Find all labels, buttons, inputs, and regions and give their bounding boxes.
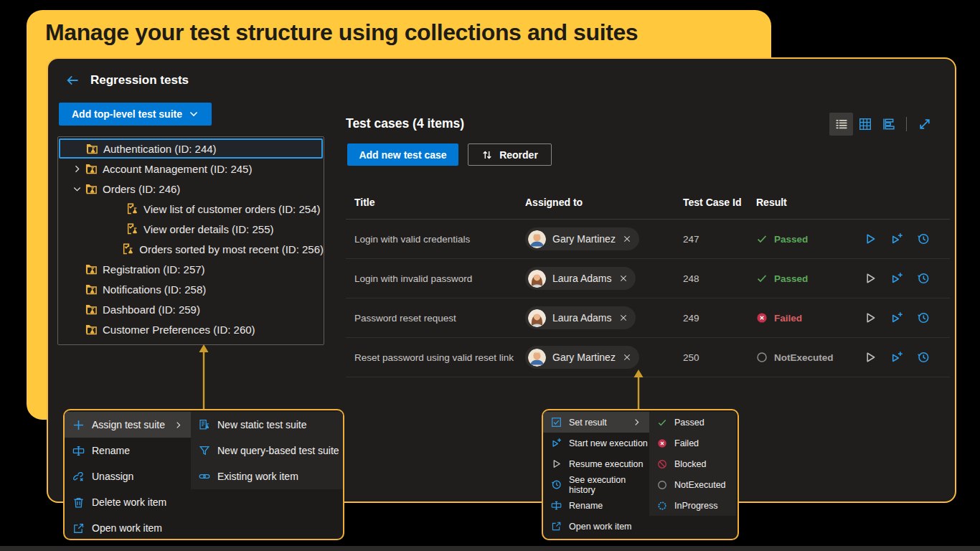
submenu-item-failed[interactable]: Failed xyxy=(649,433,736,453)
tree-item[interactable]: Registration (ID: 257) xyxy=(58,259,324,279)
tree-item-label: Notifications (ID: 258) xyxy=(103,283,206,296)
assigned-user-name: Laura Adams xyxy=(552,312,612,324)
testcase-icon xyxy=(126,222,138,235)
tree-item[interactable]: Notifications (ID: 258) xyxy=(58,279,324,299)
execution-history-button[interactable] xyxy=(917,232,930,245)
menu-item-label: Delete work item xyxy=(92,496,166,508)
query-suite-icon xyxy=(199,445,210,456)
tree-expander xyxy=(113,244,121,255)
test-case-title: Login with invalid password xyxy=(354,273,525,284)
close-icon xyxy=(618,273,628,283)
submenu-item-blocked[interactable]: Blocked xyxy=(649,453,736,474)
run-test-button[interactable] xyxy=(864,232,877,245)
column-header[interactable]: Assigned to xyxy=(525,197,683,208)
menu-item-start-new-execution[interactable]: Start new execution xyxy=(543,433,649,453)
menu-item-label: Resume execution xyxy=(569,459,644,469)
menu-item-resume-execution[interactable]: Resume execution xyxy=(543,453,649,474)
test-case-title: Reset password using valid reset link xyxy=(354,352,525,363)
menu-item-rename[interactable]: Rename xyxy=(543,495,649,516)
run-test-button[interactable] xyxy=(864,311,877,324)
submenu-item-existing-work-item[interactable]: Existing work item xyxy=(191,463,343,489)
tree-expander[interactable] xyxy=(72,184,85,194)
table-row[interactable]: Reset password using valid reset linkGar… xyxy=(346,338,950,377)
tree-item[interactable]: View order details (ID: 255) xyxy=(58,219,324,239)
menu-item-assign-test-suite[interactable]: Assign test suite xyxy=(65,412,191,438)
submenu-item-new-static-test-suite[interactable]: New static test suite xyxy=(191,412,343,438)
expand-button[interactable] xyxy=(913,113,936,136)
tree-item[interactable]: Account Management (ID: 245) xyxy=(58,159,324,179)
add-top-level-test-suite-button[interactable]: Add top-level test suite xyxy=(59,103,212,126)
tree-item[interactable]: Orders sorted by most recent (ID: 256) xyxy=(58,239,324,259)
suite-folder-icon xyxy=(85,323,98,336)
test-case-id: 248 xyxy=(683,273,756,284)
back-arrow-icon[interactable] xyxy=(65,73,80,88)
menu-item-set-result[interactable]: Set result xyxy=(543,412,649,433)
menu-item-unassign[interactable]: Unassign xyxy=(65,463,191,489)
execution-history-button[interactable] xyxy=(917,311,930,324)
run-with-options-button[interactable] xyxy=(890,232,903,245)
assigned-user-chip[interactable]: Laura Adams xyxy=(525,267,636,290)
column-header[interactable]: Title xyxy=(354,197,525,208)
submenu-item-passed[interactable]: Passed xyxy=(649,412,736,433)
tree-expander[interactable] xyxy=(72,164,85,174)
table-row[interactable]: Login with valid credentialsGary Martine… xyxy=(346,220,950,259)
run-with-options-button[interactable] xyxy=(890,272,903,285)
tree-item[interactable]: Authentication (ID: 244) xyxy=(59,138,323,159)
menu-item-rename[interactable]: Rename xyxy=(65,438,191,463)
menu-item-see-execution-history[interactable]: See execution history xyxy=(543,474,649,495)
open-icon xyxy=(72,522,85,534)
play-gray-icon xyxy=(551,458,562,469)
link-icon xyxy=(199,471,210,482)
menu-item-open-work-item[interactable]: Open work item xyxy=(543,516,649,537)
assigned-user-chip[interactable]: Gary Martinez xyxy=(525,346,639,369)
execution-history-button[interactable] xyxy=(917,351,930,364)
result-label: Passed xyxy=(774,234,808,245)
column-header[interactable]: Test Case Id xyxy=(683,197,756,208)
run-with-options-button[interactable] xyxy=(890,311,903,324)
grid-view-icon xyxy=(858,117,872,131)
column-header[interactable]: Result xyxy=(756,197,864,208)
tree-item[interactable]: Customer Preferences (ID: 260) xyxy=(58,319,324,339)
tree-item-label: Orders (ID: 246) xyxy=(103,183,180,195)
assigned-user-chip[interactable]: Laura Adams xyxy=(525,306,636,329)
submenu-item-label: Passed xyxy=(674,418,705,428)
tree-item-label: Registration (ID: 257) xyxy=(103,263,205,276)
suite-folder-icon xyxy=(85,263,98,276)
tree-item[interactable]: View list of customer orders (ID: 254) xyxy=(58,199,324,219)
list-view-button[interactable] xyxy=(829,113,853,136)
tree-item-label: Authentication (ID: 244) xyxy=(103,143,217,155)
menu-item-open-work-item[interactable]: Open work item xyxy=(65,515,191,540)
submenu-item-label: Existing work item xyxy=(217,471,298,482)
table-row[interactable]: Password reset requestLaura Adams249Fail… xyxy=(346,298,950,338)
test-cases-heading: Test cases (4 items) xyxy=(346,116,464,131)
menu-items: Assign test suiteRenameUnassignDelete wo… xyxy=(65,412,191,540)
submenu-item-inprogress[interactable]: InProgress xyxy=(649,495,736,516)
run-with-options-button[interactable] xyxy=(890,351,903,364)
submenu-item-notexecuted[interactable]: NotExecuted xyxy=(649,474,736,495)
execution-history-button[interactable] xyxy=(917,272,930,285)
table-row[interactable]: Login with invalid passwordLaura Adams24… xyxy=(346,259,950,298)
tree-item[interactable]: Dashboard (ID: 259) xyxy=(58,299,324,319)
submenu-item-label: Failed xyxy=(674,438,699,448)
submenu-item-new-query-based-test-suite[interactable]: New query-based test suite xyxy=(191,438,343,463)
chart-view-button[interactable] xyxy=(877,113,900,136)
assigned-user-name: Gary Martinez xyxy=(552,233,616,245)
reorder-button[interactable]: Reorder xyxy=(468,143,552,166)
menu-items: Set resultStart new executionResume exec… xyxy=(543,412,649,537)
close-icon xyxy=(622,352,632,362)
testcase-icon xyxy=(126,202,138,215)
assigned-user-chip[interactable]: Gary Martinez xyxy=(525,227,639,250)
submenu: PassedFailedBlockedNotExecutedInProgress xyxy=(649,412,736,516)
tree-expander xyxy=(113,224,126,235)
checkbox-icon xyxy=(551,417,562,428)
tree-item[interactable]: Orders (ID: 246) xyxy=(58,179,324,199)
run-test-button[interactable] xyxy=(864,272,877,285)
suite-folder-icon xyxy=(85,283,98,296)
grid-view-button[interactable] xyxy=(853,113,877,136)
result-label: Failed xyxy=(774,313,802,324)
menu-item-delete-work-item[interactable]: Delete work item xyxy=(65,489,191,515)
run-test-button[interactable] xyxy=(864,351,877,364)
check-green-icon xyxy=(657,418,667,428)
add-new-test-case-button[interactable]: Add new test case xyxy=(347,143,458,166)
submenu-item-label: Blocked xyxy=(674,459,706,469)
